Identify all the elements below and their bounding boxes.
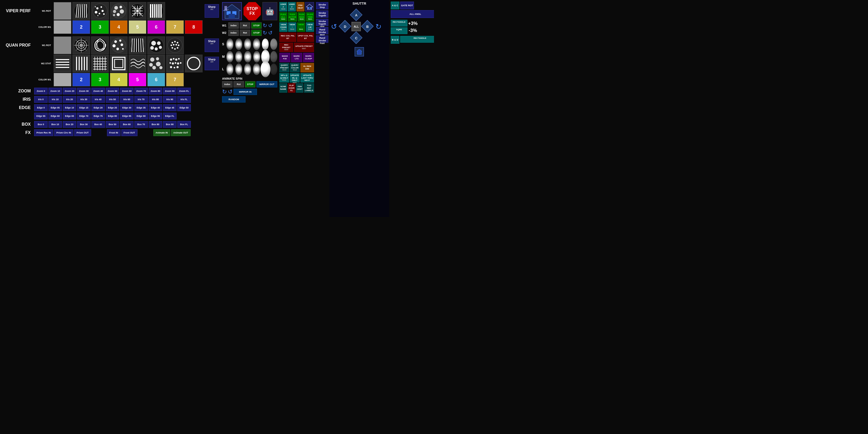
pre-heat-btn[interactable]: PRE HEAT: [297, 2, 304, 11]
prism-circ-in[interactable]: Prism Circ IN: [54, 129, 74, 136]
viper-color-6[interactable]: 6: [147, 20, 165, 34]
quan-gobo-6[interactable]: [166, 36, 184, 54]
frost-in[interactable]: Frost IN: [107, 129, 121, 136]
zoom-60[interactable]: Zoom 60: [120, 88, 133, 95]
iris-70[interactable]: Iris 70: [134, 96, 148, 103]
edge-85[interactable]: Edge 85: [120, 113, 133, 120]
zoom-0[interactable]: Zoom 0: [34, 88, 48, 95]
rand-strobe-med[interactable]: Rand Strobe Med: [316, 27, 328, 34]
spin-cw[interactable]: ↻: [222, 89, 227, 95]
edge-90[interactable]: Edge 90: [134, 113, 148, 120]
prism-out[interactable]: Prism OUT: [74, 129, 91, 136]
shuttr-c-diamond[interactable]: C: [350, 31, 363, 45]
zoom-40[interactable]: Zoom 40: [91, 88, 105, 95]
w2-cw-arrow[interactable]: ↻: [263, 30, 267, 36]
edge-05[interactable]: Edge 05: [49, 104, 62, 111]
l-soft-1[interactable]: [260, 61, 270, 77]
quan-stat-6[interactable]: [166, 55, 184, 72]
quan-sharp2-btn[interactable]: Sharp 185: [205, 57, 219, 70]
edge-10[interactable]: Edge 10: [63, 104, 76, 111]
quan-color-7[interactable]: 7: [166, 73, 184, 87]
flex-all[interactable]: FLEX ALL5002: [279, 12, 287, 22]
rectangle-btn-1[interactable]: RECTANGLE: [391, 20, 407, 27]
w2-index[interactable]: Index: [228, 30, 239, 36]
viper-gobo-5[interactable]: [147, 2, 165, 20]
mark-clnup[interactable]: MARK CLNUP: [303, 53, 314, 62]
strobe-togeth-off[interactable]: Strobe Togeth OFF: [316, 19, 328, 26]
s-dot-150[interactable]: 150: [253, 38, 260, 50]
viper-gobo-4[interactable]: [129, 2, 146, 20]
stop-fx-btn[interactable]: STOPFX: [243, 2, 261, 20]
iris-30[interactable]: Iris 30: [77, 96, 91, 103]
nps-q-only[interactable]: NPs @ Q ONLY5036: [279, 73, 289, 82]
w2-stop[interactable]: STOP: [251, 30, 262, 36]
shuttr-home-icon[interactable]: [354, 47, 364, 57]
box-40[interactable]: Box 40: [91, 121, 105, 128]
shuttr-rotate-left[interactable]: ↺: [331, 22, 337, 31]
query-color[interactable]: QUERY COLOR5010: [290, 63, 300, 72]
mirror-in-btn[interactable]: MIRROR IN: [234, 89, 257, 95]
quan-gobo-5[interactable]: [147, 36, 165, 54]
edge-20[interactable]: Edge 20: [91, 104, 105, 111]
tog-ref-labels[interactable]: TOG REF LABELS: [304, 83, 314, 93]
zoom-90[interactable]: Zoom 90: [163, 88, 177, 95]
edge-30[interactable]: Edge 30: [120, 104, 133, 111]
box-50[interactable]: Box 50: [106, 121, 119, 128]
updt-col-pal-bt[interactable]: UPDT COL PAL BT: [297, 33, 314, 42]
zoom-70[interactable]: Zoom 70: [134, 88, 148, 95]
m-dot-151[interactable]: 151: [253, 51, 260, 62]
iris-fl[interactable]: Iris FL: [177, 96, 191, 103]
view-chan[interactable]: VIEW CHAN5034: [279, 22, 287, 32]
l-dot-152[interactable]: 152: [253, 64, 260, 75]
flex-man[interactable]: FLEX MAN5020: [298, 12, 306, 22]
fan-cent[interactable]: FAN CENT: [296, 83, 303, 93]
viper-color-5[interactable]: 5: [129, 20, 146, 34]
w2-rot[interactable]: Rot: [240, 30, 250, 36]
box-fl[interactable]: Box FL: [177, 121, 191, 128]
edge-45[interactable]: Edge 45: [163, 104, 177, 111]
sqre-btn[interactable]: SQRE: [391, 27, 407, 34]
w2-ccw-arrow[interactable]: ↺: [268, 30, 273, 36]
view-lm[interactable]: VIEW LM5042: [306, 22, 314, 32]
spin-ccw[interactable]: ↺: [228, 89, 232, 95]
w1-cw-arrow[interactable]: ↻: [263, 22, 267, 29]
house-icon[interactable]: [222, 2, 242, 20]
quan-color-4[interactable]: 4: [110, 73, 128, 87]
animate-in[interactable]: Animate IN: [153, 129, 170, 136]
quan-stat-1[interactable]: [72, 55, 90, 72]
random-btn[interactable]: RANDOM: [222, 96, 246, 102]
quan-gobo-1[interactable]: [72, 36, 90, 54]
edge-50[interactable]: Edge 50: [177, 104, 191, 111]
quan-color-2[interactable]: 2: [72, 73, 90, 87]
shuttr-rotate-right[interactable]: ↻: [375, 22, 381, 31]
w1-rot[interactable]: Rot: [240, 22, 250, 29]
viper-gobo-0[interactable]: [54, 2, 71, 20]
robot-icon[interactable]: 🤖: [262, 2, 277, 20]
view-up2[interactable]: VIEW ↑5041: [297, 22, 305, 32]
flex-active[interactable]: FLEX ACTIVE5003: [288, 12, 297, 22]
quan-gobo-2[interactable]: [91, 36, 109, 54]
rec-col-pal-bt[interactable]: REC COL PAL BT: [279, 33, 296, 42]
edge-65[interactable]: Edge 65: [63, 113, 76, 120]
quan-color-6[interactable]: 6: [147, 73, 165, 87]
quan-gobo-3[interactable]: [110, 36, 128, 54]
scne-name[interactable]: SCNE NAME: [279, 83, 287, 93]
bd-btn[interactable]: B & D: [391, 36, 399, 44]
animate-rot[interactable]: Rot: [234, 81, 244, 88]
quan-stat-3[interactable]: [110, 55, 128, 72]
shuttr-b-diamond[interactable]: B: [361, 20, 374, 33]
iris-20[interactable]: Iris 20: [63, 96, 76, 103]
edge-80[interactable]: Edge 80: [106, 113, 119, 120]
edge-15[interactable]: Edge 15: [77, 104, 91, 111]
box-0[interactable]: Box 0: [34, 121, 48, 128]
box-80[interactable]: Box 80: [149, 121, 162, 128]
quan-stat-5[interactable]: [147, 55, 165, 72]
rec-preset[interactable]: REC PRESET5006: [279, 43, 293, 52]
s-soft-1[interactable]: [262, 38, 269, 50]
w1-stop[interactable]: STOP: [251, 22, 262, 29]
viper-color-blank[interactable]: [54, 20, 71, 34]
w1-ccw-arrow[interactable]: ↺: [268, 22, 273, 29]
quan-color-blank[interactable]: [54, 73, 71, 87]
beam-color-btn[interactable]: [305, 2, 314, 11]
edge-25[interactable]: Edge 25: [106, 104, 119, 111]
